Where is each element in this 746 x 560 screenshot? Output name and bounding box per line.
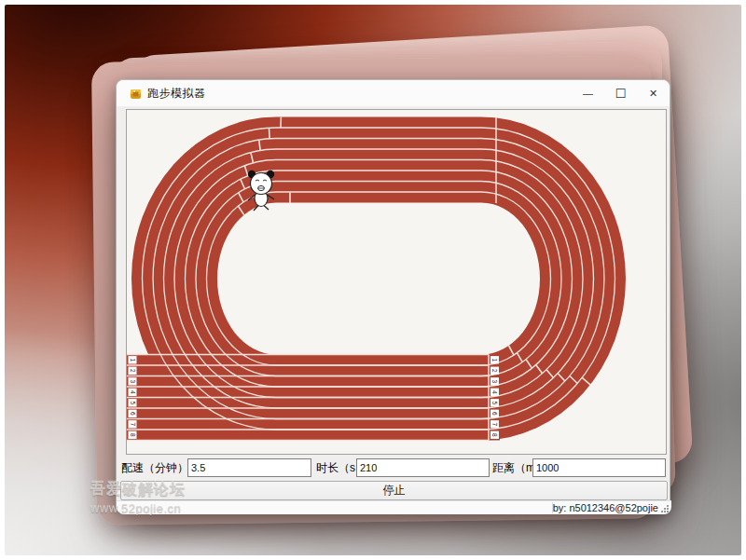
lane-number: 4 bbox=[491, 390, 498, 394]
window-title: 跑步模拟器 bbox=[147, 86, 206, 102]
lane-number: 4 bbox=[130, 390, 136, 394]
maximize-icon[interactable]: ☐ bbox=[604, 80, 637, 106]
running-track: 1234567812345678 bbox=[127, 110, 666, 454]
title-bar[interactable]: 跑步模拟器 — ☐ ✕ bbox=[117, 80, 670, 106]
lane-number: 1 bbox=[130, 358, 136, 362]
lane-number: 7 bbox=[491, 422, 498, 426]
lane-number: 2 bbox=[491, 369, 498, 373]
stagger-mark bbox=[269, 128, 270, 139]
duration-input[interactable] bbox=[356, 458, 490, 477]
screenshot-stage: 跑步模拟器 — ☐ ✕ 1234567812345678 配速（分钟）: bbox=[0, 0, 746, 560]
lane-number: 6 bbox=[130, 412, 136, 416]
lane-number: 8 bbox=[491, 433, 498, 437]
track-canvas: 1234567812345678 bbox=[126, 109, 667, 455]
minimize-icon[interactable]: — bbox=[572, 80, 604, 106]
lane-number: 5 bbox=[130, 401, 136, 404]
status-bar: by: n5012346@52pojie bbox=[117, 500, 671, 514]
settings-row: 配速（分钟）: 时长（s）: 距离（m）: bbox=[117, 458, 671, 477]
lane-number: 3 bbox=[491, 379, 498, 383]
stop-button[interactable]: 停止 bbox=[120, 481, 668, 500]
infield bbox=[217, 203, 540, 355]
lane-number: 5 bbox=[491, 401, 498, 404]
lane-number: 1 bbox=[491, 358, 498, 362]
distance-input[interactable] bbox=[532, 458, 666, 477]
lane-number: 2 bbox=[130, 369, 136, 373]
lane-number: 6 bbox=[491, 412, 498, 416]
window-controls: — ☐ ✕ bbox=[572, 80, 670, 106]
pace-input[interactable] bbox=[187, 458, 311, 477]
close-icon[interactable]: ✕ bbox=[637, 80, 670, 106]
lane-number: 8 bbox=[130, 433, 136, 437]
credit-text: by: n5012346@52pojie bbox=[553, 502, 658, 513]
gradient-background: 跑步模拟器 — ☐ ✕ 1234567812345678 配速（分钟）: bbox=[5, 5, 741, 555]
resize-grip-icon[interactable] bbox=[659, 503, 670, 513]
lane-number: 7 bbox=[130, 422, 136, 426]
lane-number: 3 bbox=[130, 379, 136, 383]
app-window: 跑步模拟器 — ☐ ✕ 1234567812345678 配速（分钟）: bbox=[116, 79, 670, 513]
pace-label: 配速（分钟）: bbox=[121, 460, 191, 476]
app-icon bbox=[130, 88, 142, 100]
